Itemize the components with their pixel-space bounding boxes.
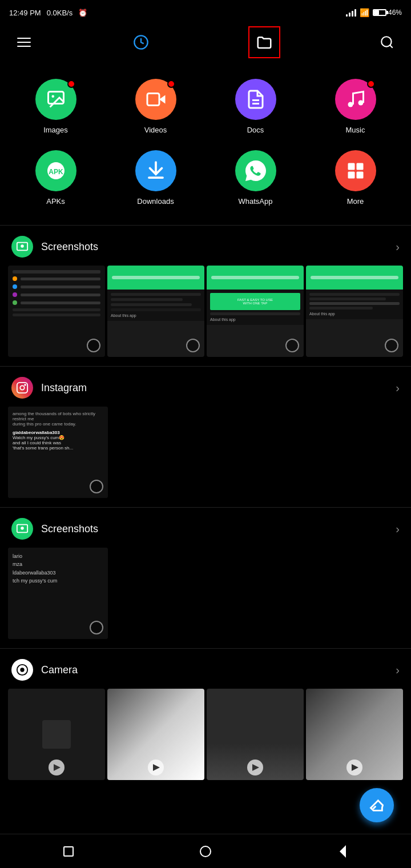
screenshots-section-2: Screenshots › lario mza ldabeorwallaba30… xyxy=(0,508,411,648)
screenshot-thumb-3[interactable]: FAST & EASY TO USEWITH ONE TAP About thi… xyxy=(207,266,304,357)
time-display: 12:49 PM xyxy=(9,9,41,17)
downloads-label: Downloads xyxy=(137,197,174,206)
screenshot-thumb-4[interactable]: About this app xyxy=(306,266,403,357)
camera-thumb-1[interactable] xyxy=(8,689,105,780)
play-btn-2 xyxy=(148,760,164,775)
camera-thumb-4[interactable] xyxy=(306,689,403,780)
svg-point-9 xyxy=(348,102,353,107)
category-docs[interactable]: Docs xyxy=(206,71,305,142)
eraser-icon xyxy=(369,797,385,813)
svg-text:APK: APK xyxy=(49,168,63,176)
svg-rect-14 xyxy=(356,163,363,170)
thumb-checkbox-2[interactable] xyxy=(186,339,200,352)
instagram-icon xyxy=(16,381,29,394)
svg-point-25 xyxy=(21,668,24,672)
svg-rect-5 xyxy=(147,94,159,106)
music-label: Music xyxy=(346,126,365,134)
history-button[interactable] xyxy=(131,32,151,53)
screenshots-1-thumbnails: About this app FAST & EASY TO USEWITH ON… xyxy=(0,266,411,366)
category-videos[interactable]: Videos xyxy=(106,71,206,142)
square-button[interactable] xyxy=(57,840,80,863)
svg-rect-16 xyxy=(356,172,363,179)
status-left: 12:49 PM 0.0KB/s ⏰ xyxy=(9,9,87,17)
back-button[interactable] xyxy=(331,840,354,863)
thumb-checkbox-3[interactable] xyxy=(285,339,299,352)
apks-icon-circle: APK xyxy=(35,150,76,191)
apks-label: APKs xyxy=(46,197,65,206)
whatsapp-label: WhatsApp xyxy=(239,197,273,206)
svg-point-18 xyxy=(21,244,24,248)
camera-header[interactable]: Camera › xyxy=(0,649,411,689)
svg-rect-15 xyxy=(348,172,354,179)
camera-chevron: › xyxy=(396,664,400,677)
svg-rect-19 xyxy=(17,383,27,393)
svg-line-2 xyxy=(390,45,393,48)
whatsapp-icon xyxy=(245,160,266,181)
images-badge xyxy=(67,80,75,88)
fab-button[interactable] xyxy=(360,788,394,822)
screenshot-icon xyxy=(16,240,29,253)
images-icon-circle xyxy=(35,79,76,120)
thumb-checkbox-1[interactable] xyxy=(87,339,100,352)
screenshot-2-thumb-1[interactable]: lario mza ldabeorwallaba303 tch my pussy… xyxy=(8,548,108,639)
instagram-chevron: › xyxy=(396,381,400,395)
category-music[interactable]: Music xyxy=(305,71,405,142)
camera-thumb-3[interactable] xyxy=(207,689,304,780)
hamburger-menu-button[interactable] xyxy=(14,32,34,53)
svg-point-23 xyxy=(21,527,24,530)
svg-point-4 xyxy=(51,95,54,98)
insta-caption2: and all I could think was xyxy=(13,440,103,445)
svg-point-1 xyxy=(381,37,391,46)
folder-icon xyxy=(256,34,273,51)
history-icon xyxy=(133,34,149,50)
downloads-icon-circle xyxy=(135,150,176,191)
screenshots-2-chevron: › xyxy=(396,523,400,536)
battery-indicator: 46% xyxy=(373,9,402,17)
camera-thumb-2[interactable] xyxy=(107,689,204,780)
signal-icon xyxy=(346,9,356,17)
ss2-thumb-checkbox[interactable] xyxy=(90,621,103,634)
hamburger-menu-icon xyxy=(17,38,31,47)
videos-icon-circle xyxy=(135,79,176,120)
screenshots-1-header[interactable]: Screenshots › xyxy=(0,226,411,266)
videos-icon xyxy=(146,89,166,110)
ss2-text: lario mza ldabeorwallaba303 tch my pussy… xyxy=(13,552,103,585)
instagram-header[interactable]: Instagram › xyxy=(0,367,411,407)
screenshots-1-header-left: Screenshots xyxy=(11,236,98,258)
search-button[interactable] xyxy=(377,32,397,53)
insta-username: gialdabeorwallaba303 xyxy=(13,430,103,435)
insta-thumb-checkbox[interactable] xyxy=(90,480,103,493)
instagram-thumb-1[interactable]: among the thousands of bots who strictly… xyxy=(8,407,108,498)
docs-icon-circle xyxy=(235,79,276,120)
whatsapp-icon-circle xyxy=(235,150,276,191)
music-icon xyxy=(345,89,366,110)
screenshot-thumb-1[interactable] xyxy=(8,266,105,357)
images-label: Images xyxy=(43,126,68,134)
home-button[interactable] xyxy=(194,840,217,863)
screenshot-thumb-2[interactable]: About this app xyxy=(107,266,204,357)
category-whatsapp[interactable]: WhatsApp xyxy=(206,142,305,214)
bottom-nav xyxy=(0,834,411,868)
instagram-title: Instagram xyxy=(41,382,87,394)
camera-header-left: Camera xyxy=(11,659,78,681)
search-icon xyxy=(380,35,394,50)
category-downloads[interactable]: Downloads xyxy=(106,142,206,214)
circle-icon xyxy=(200,846,211,857)
screenshots-section-1: Screenshots › xyxy=(0,226,411,366)
folder-button[interactable] xyxy=(248,26,280,58)
videos-label: Videos xyxy=(144,126,167,134)
svg-point-10 xyxy=(358,101,363,106)
music-icon-circle xyxy=(335,79,376,120)
category-images[interactable]: Images xyxy=(6,71,106,142)
screenshots-1-title: Screenshots xyxy=(41,241,98,253)
insta-caption3: 'that's some trans person sh... xyxy=(13,445,103,451)
thumb-checkbox-4[interactable] xyxy=(385,339,398,352)
status-right: 📶 46% xyxy=(346,8,402,17)
category-more[interactable]: More xyxy=(305,142,405,214)
screenshots-2-header[interactable]: Screenshots › xyxy=(0,508,411,548)
screenshots-1-icon xyxy=(11,236,33,258)
camera-section: Camera › xyxy=(0,649,411,789)
docs-icon xyxy=(245,89,266,110)
status-bar: 12:49 PM 0.0KB/s ⏰ 📶 46% xyxy=(0,0,411,25)
category-apks[interactable]: APK APKs xyxy=(6,142,106,214)
